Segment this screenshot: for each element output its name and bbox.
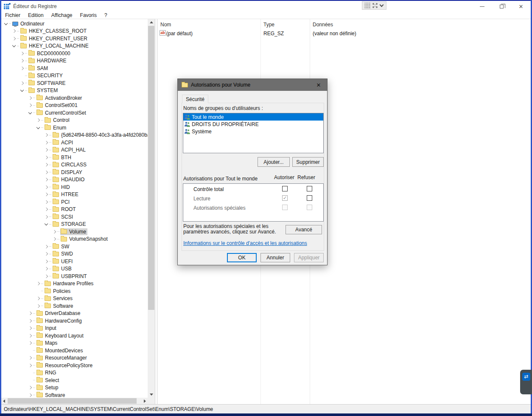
- scroll-down-icon[interactable]: [150, 394, 153, 396]
- tree-item-acpi[interactable]: ACPI: [1, 139, 148, 146]
- tree-item-sw[interactable]: SW: [1, 243, 148, 250]
- tree-item-usbprint[interactable]: USBPRINT: [1, 273, 148, 280]
- tree-item-target[interactable]: ACPI: [52, 139, 74, 146]
- menu-item-fichier[interactable]: Fichier: [1, 12, 24, 18]
- tree-item-uefi[interactable]: UEFI: [1, 258, 148, 265]
- chevron-right-icon[interactable]: [43, 245, 49, 248]
- tree-item-root[interactable]: ROOT: [1, 206, 148, 214]
- chevron-right-icon[interactable]: [43, 208, 49, 211]
- access-control-link[interactable]: Informations sur le contrôle d'accès et …: [183, 240, 307, 246]
- tree-item-currentcontrolset[interactable]: CurrentControlSet: [1, 109, 148, 117]
- chevron-right-icon[interactable]: [27, 327, 33, 329]
- chevron-right-icon[interactable]: [43, 171, 49, 174]
- tree-item-security[interactable]: SECURITY: [1, 72, 148, 80]
- chevron-right-icon[interactable]: [51, 230, 57, 233]
- teamviewer-badge[interactable]: ⇄: [520, 370, 532, 394]
- tree-item-mounteddevices[interactable]: MountedDevices: [1, 347, 148, 354]
- chevron-right-icon[interactable]: [11, 37, 17, 40]
- allow-checkbox[interactable]: [282, 205, 288, 210]
- chevron-right-icon[interactable]: [43, 216, 49, 218]
- tree-item-target[interactable]: SW: [52, 243, 70, 250]
- tree-item-hkey-local-machine[interactable]: HKEY_LOCAL_MACHINE: [1, 42, 148, 50]
- chevron-right-icon[interactable]: [35, 297, 41, 300]
- tree-item-target[interactable]: {5d624f94-8850-40c3-a3fa-a4fd2080baf3: [52, 132, 148, 138]
- tree-item-hkey-classes-root[interactable]: HKEY_CLASSES_ROOT: [1, 28, 148, 35]
- tree-item-rng[interactable]: RNG: [1, 369, 148, 377]
- tree-item-target[interactable]: Control: [44, 117, 71, 124]
- tree-item-target[interactable]: HDAUDIO: [52, 176, 86, 183]
- group-item-tout-le-monde[interactable]: Tout le monde: [183, 113, 323, 121]
- vm-viewer-toolbar[interactable]: [362, 1, 386, 10]
- chevron-right-icon[interactable]: [19, 82, 25, 84]
- tree-item-target[interactable]: CurrentControlSet: [36, 110, 87, 116]
- tree-item-policies[interactable]: Policies: [1, 287, 148, 295]
- chevron-right-icon[interactable]: [11, 30, 17, 32]
- chevron-down-icon[interactable]: [35, 127, 41, 129]
- groups-listbox[interactable]: Tout le mondeDROITS DU PROPRIÉTAIRESystè…: [183, 113, 324, 153]
- chevron-right-icon[interactable]: [43, 275, 49, 278]
- chevron-right-icon[interactable]: [27, 320, 33, 322]
- fullscreen-icon[interactable]: [372, 3, 378, 8]
- tree-item-input[interactable]: Input: [1, 325, 148, 332]
- tree-item-target[interactable]: ResourcePolicyStore: [36, 362, 94, 369]
- tree-item-services[interactable]: Services: [1, 295, 148, 303]
- deny-checkbox[interactable]: [307, 205, 312, 210]
- scrollbar-thumb[interactable]: [148, 26, 154, 310]
- tree-item-target[interactable]: Select: [36, 377, 60, 384]
- chevron-down-icon[interactable]: [11, 45, 17, 47]
- tree-item-pci[interactable]: PCI: [1, 198, 148, 206]
- remove-button[interactable]: Supprimer: [292, 157, 324, 167]
- value-row[interactable]: ab (par défaut) REG_SZ (valeur non défin…: [157, 30, 531, 38]
- tree-item-controlset001[interactable]: ControlSet001: [1, 102, 148, 110]
- tree-item-hardwareconfig[interactable]: HardwareConfig: [1, 317, 148, 325]
- tree-item-circlass[interactable]: CIRCLASS: [1, 161, 148, 169]
- tree-item-target[interactable]: SYSTEM: [28, 87, 59, 94]
- tree-item-target[interactable]: Services: [44, 295, 74, 302]
- tree-item-usb[interactable]: USB: [1, 265, 148, 273]
- tree-item-software[interactable]: Software: [1, 302, 148, 310]
- chevron-right-icon[interactable]: [27, 364, 33, 367]
- scrollbar-thumb[interactable]: [8, 398, 137, 404]
- tree-item-driverdatabase[interactable]: DriverDatabase: [1, 310, 148, 318]
- tree-item-target[interactable]: SAM: [28, 65, 49, 72]
- tree-item-target[interactable]: ActivationBroker: [36, 95, 83, 101]
- cancel-button[interactable]: Annuler: [260, 253, 290, 262]
- chevron-right-icon[interactable]: [27, 342, 33, 344]
- tree-item-target[interactable]: HTREE: [52, 191, 80, 198]
- chevron-right-icon[interactable]: [43, 193, 49, 196]
- restore-button[interactable]: [492, 1, 511, 12]
- tree-item-select[interactable]: Select: [1, 377, 148, 384]
- deny-checkbox[interactable]: [307, 195, 312, 201]
- tree-item-target[interactable]: MountedDevices: [36, 347, 84, 354]
- scroll-left-icon[interactable]: [3, 399, 5, 403]
- tree-item-target[interactable]: DriverDatabase: [36, 310, 81, 317]
- chevron-right-icon[interactable]: [19, 59, 25, 62]
- tree-item-bth[interactable]: BTH: [1, 154, 148, 161]
- chevron-down-icon[interactable]: [3, 23, 9, 25]
- tree-item-resourcepolicystore[interactable]: ResourcePolicyStore: [1, 362, 148, 369]
- tree-item-hkey-current-user[interactable]: HKEY_CURRENT_USER: [1, 35, 148, 42]
- chevron-right-icon[interactable]: [35, 282, 41, 285]
- chevron-right-icon[interactable]: [43, 267, 49, 270]
- chevron-right-icon[interactable]: [51, 238, 57, 240]
- chevron-right-icon[interactable]: [27, 357, 33, 359]
- tree-item-storage[interactable]: STORAGE: [1, 221, 148, 228]
- menu-item-favoris[interactable]: Favoris: [76, 12, 101, 18]
- chevron-down-icon[interactable]: [380, 3, 384, 7]
- allow-checkbox[interactable]: [282, 186, 288, 191]
- tree-item-ordinateur[interactable]: Ordinateur: [1, 20, 148, 28]
- tree-item-scsi[interactable]: SCSI: [1, 213, 148, 221]
- tree-item-target[interactable]: HARDWARE: [28, 57, 68, 64]
- tree-item-target[interactable]: BCD00000000: [28, 50, 72, 57]
- column-header-name[interactable]: Nom: [160, 22, 171, 28]
- chevron-right-icon[interactable]: [27, 312, 33, 315]
- tree-item-target[interactable]: Setup: [36, 384, 59, 391]
- tree-item-target[interactable]: HID: [52, 184, 71, 191]
- group-item-droits-du-propri-taire[interactable]: DROITS DU PROPRIÉTAIRE: [183, 121, 323, 128]
- chevron-right-icon[interactable]: [43, 141, 49, 144]
- tree-item-htree[interactable]: HTREE: [1, 191, 148, 199]
- tree-item-target[interactable]: ControlSet001: [36, 102, 79, 109]
- add-button[interactable]: Ajouter...: [258, 157, 290, 167]
- scroll-up-icon[interactable]: [150, 21, 153, 23]
- chevron-right-icon[interactable]: [19, 67, 25, 70]
